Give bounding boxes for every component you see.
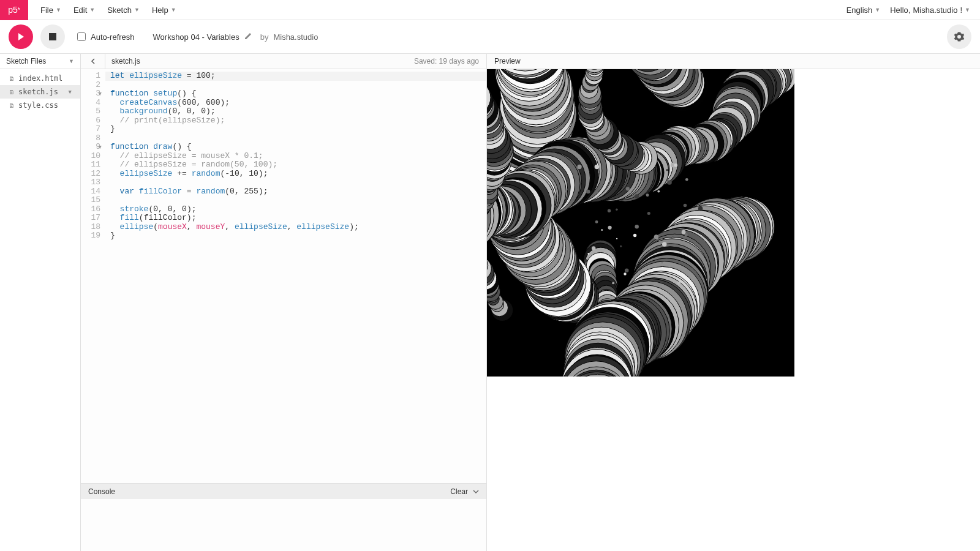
author-link[interactable]: Misha.studio xyxy=(273,32,318,42)
gutter: 123▼456789▼10111213141516171819 xyxy=(81,69,105,483)
file-item[interactable]: 🗎sketch.js▼ xyxy=(0,85,80,99)
saved-status: Saved: 19 days ago xyxy=(414,57,479,66)
chevron-down-icon: ▼ xyxy=(56,7,61,13)
file-list: 🗎index.html🗎sketch.js▼🗎style.css xyxy=(0,69,80,114)
chevron-left-icon xyxy=(90,58,96,64)
code-content[interactable]: let ellipseSize = 100; function setup() … xyxy=(105,69,486,483)
console-clear-button[interactable]: Clear xyxy=(450,487,479,496)
file-icon: 🗎 xyxy=(9,89,15,96)
menu-edit[interactable]: Edit▼ xyxy=(67,1,101,20)
editor-header: sketch.js Saved: 19 days ago xyxy=(81,54,486,69)
preview-header: Preview xyxy=(487,54,980,69)
chevron-down-icon: ▼ xyxy=(171,7,176,13)
sketch-canvas[interactable] xyxy=(487,69,794,377)
file-icon: 🗎 xyxy=(9,102,15,109)
code-editor[interactable]: 123▼456789▼10111213141516171819 let elli… xyxy=(81,69,486,483)
stop-icon xyxy=(49,33,56,40)
preview-column: Preview xyxy=(487,54,980,551)
by-label: by xyxy=(260,32,269,42)
chevron-down-icon xyxy=(473,489,479,495)
topbar: p5* File▼Edit▼Sketch▼Help▼ English▼ Hell… xyxy=(0,0,980,20)
console-panel: Console Clear xyxy=(81,483,486,551)
gear-icon xyxy=(954,31,965,42)
stop-button[interactable] xyxy=(40,24,65,49)
edit-title-button[interactable] xyxy=(244,32,252,42)
logo-p5[interactable]: p5* xyxy=(0,0,28,20)
auto-refresh-checkbox[interactable] xyxy=(77,32,86,41)
chevron-down-icon: ▼ xyxy=(875,7,880,13)
console-output xyxy=(81,499,486,551)
svg-rect-0 xyxy=(49,33,56,40)
toolbar: Auto-refresh Workshop 04 - Variables by … xyxy=(0,20,980,54)
console-header: Console Clear xyxy=(81,484,486,499)
chevron-down-icon: ▼ xyxy=(69,89,72,95)
sketch-title: Workshop 04 - Variables xyxy=(153,32,239,42)
chevron-down-icon: ▼ xyxy=(89,7,95,13)
editor-column: sketch.js Saved: 19 days ago 123▼456789▼… xyxy=(81,54,487,551)
play-button[interactable] xyxy=(9,24,33,49)
menu-sketch[interactable]: Sketch▼ xyxy=(101,1,146,20)
open-file-name: sketch.js xyxy=(111,57,140,66)
user-menu[interactable]: Hello, Misha.studio!▼ xyxy=(890,6,970,15)
settings-button[interactable] xyxy=(947,24,971,49)
chevron-down-icon: ▼ xyxy=(965,7,970,13)
menubar: File▼Edit▼Sketch▼Help▼ xyxy=(34,1,183,20)
collapse-sidebar-button[interactable] xyxy=(81,54,105,69)
pencil-icon xyxy=(244,32,252,40)
sidebar-header[interactable]: Sketch Files ▼ xyxy=(0,54,80,69)
menu-file[interactable]: File▼ xyxy=(34,1,67,20)
file-icon: 🗎 xyxy=(9,75,15,82)
preview-area xyxy=(487,69,980,551)
file-sidebar: Sketch Files ▼ 🗎index.html🗎sketch.js▼🗎st… xyxy=(0,54,81,551)
file-item[interactable]: 🗎index.html xyxy=(0,72,80,85)
language-dropdown[interactable]: English▼ xyxy=(846,6,881,15)
chevron-down-icon: ▼ xyxy=(69,58,74,64)
file-item[interactable]: 🗎style.css xyxy=(0,99,80,112)
auto-refresh-label: Auto-refresh xyxy=(91,32,135,42)
menu-help[interactable]: Help▼ xyxy=(146,1,183,20)
chevron-down-icon: ▼ xyxy=(134,7,140,13)
auto-refresh-toggle[interactable]: Auto-refresh xyxy=(77,32,135,42)
play-icon xyxy=(16,32,26,42)
